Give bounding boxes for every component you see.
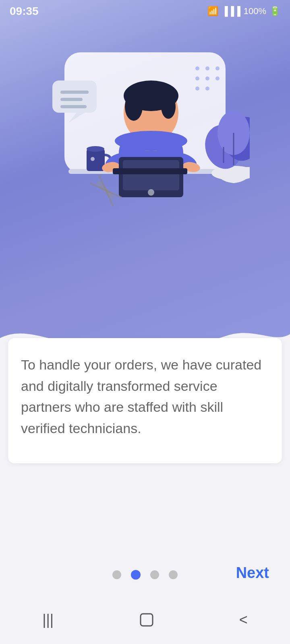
svg-rect-12 — [60, 98, 83, 101]
nav-back-icon[interactable]: < — [239, 611, 248, 628]
svg-point-5 — [205, 76, 209, 80]
bottom-navigation-bar: ||| < — [0, 600, 290, 644]
status-time: 09:35 — [10, 5, 39, 18]
svg-point-6 — [215, 76, 220, 80]
status-bar: 09:35 📶 ▐▐▐ 100% 🔋 — [0, 0, 290, 22]
svg-point-3 — [215, 66, 220, 70]
dot-1 — [112, 570, 121, 579]
svg-point-1 — [195, 66, 199, 70]
svg-point-7 — [195, 87, 199, 91]
svg-point-26 — [161, 95, 176, 119]
svg-point-2 — [205, 66, 209, 70]
svg-rect-13 — [60, 105, 87, 108]
description-card: To handle your orders, we have curated a… — [8, 338, 282, 463]
svg-point-8 — [205, 87, 209, 91]
svg-point-28 — [115, 131, 187, 151]
svg-rect-11 — [60, 91, 89, 94]
onboarding-illustration — [40, 36, 250, 237]
svg-rect-43 — [141, 614, 153, 626]
svg-rect-15 — [87, 149, 105, 171]
nav-menu-icon[interactable]: ||| — [42, 611, 54, 628]
svg-rect-31 — [113, 168, 187, 174]
svg-point-4 — [195, 76, 199, 80]
svg-point-16 — [87, 146, 104, 152]
dot-4 — [169, 570, 178, 579]
dot-3 — [150, 570, 159, 579]
nav-home-icon[interactable] — [139, 612, 155, 628]
battery-icon: 🔋 — [269, 6, 280, 17]
svg-point-25 — [125, 93, 143, 121]
illustration-background — [0, 0, 290, 362]
signal-icon: ▐▐▐ — [222, 6, 240, 17]
svg-point-17 — [91, 157, 95, 161]
svg-line-42 — [90, 175, 122, 206]
wifi-icon: 📶 — [207, 6, 218, 17]
next-button[interactable]: Next — [230, 560, 276, 586]
dot-2-active — [131, 570, 141, 580]
battery-label: 100% — [244, 6, 266, 17]
svg-point-32 — [148, 189, 154, 196]
svg-rect-30 — [123, 160, 179, 190]
description-text: To handle your orders, we have curated a… — [21, 354, 269, 439]
status-icons: 📶 ▐▐▐ 100% 🔋 — [207, 6, 280, 17]
